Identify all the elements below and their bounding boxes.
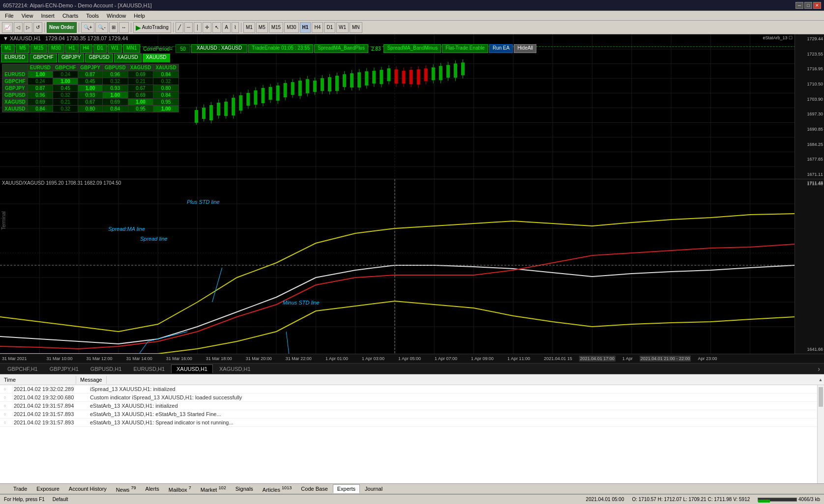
bottom-tab-signals[interactable]: Signals: [231, 484, 258, 493]
ea-tf-d1[interactable]: D1: [93, 44, 107, 53]
bottom-tab-mailbox[interactable]: Mailbox 7: [164, 484, 196, 494]
ea-tf-m5[interactable]: M5: [16, 44, 29, 53]
bottom-tab-account-history[interactable]: Account History: [64, 484, 111, 493]
line-tool[interactable]: ╱: [176, 22, 183, 33]
tf-w1[interactable]: W1: [336, 22, 349, 33]
terminal-scrollbar-thumb[interactable]: [819, 387, 823, 407]
chart-tab-gbpchf[interactable]: GBPCHF,H1: [2, 364, 43, 373]
cursor-tool[interactable]: ↖: [212, 22, 221, 33]
tf-m15[interactable]: M15: [269, 22, 283, 33]
ea-trade-enable[interactable]: TradeEnable 01:05 : 23:55: [248, 44, 313, 53]
ea-pair-xagusd[interactable]: XAGUSD: [114, 54, 142, 62]
price-1677: 1677.65: [796, 157, 823, 162]
terminal-scrollbar[interactable]: [817, 385, 824, 483]
top-chart[interactable]: ▼ XAUUSD,H1 1729.04 1730.35 1728.07 1729…: [0, 34, 824, 179]
update-button[interactable]: ↺: [33, 22, 42, 33]
ea-pair-selector[interactable]: XAUUSD : XAGUSD: [191, 44, 247, 53]
crosshair-tool[interactable]: ✛: [203, 22, 211, 33]
tf-d1[interactable]: D1: [324, 22, 335, 33]
tf-m30[interactable]: M30: [284, 22, 298, 33]
ea-tf-h1[interactable]: H1: [65, 44, 79, 53]
main-wrapper: 60572214: Alpari-ECN-Demo - Demo Account…: [0, 0, 824, 504]
minimize-button[interactable]: ─: [795, 2, 803, 9]
menu-file[interactable]: File: [2, 12, 17, 20]
period-sep-tool[interactable]: ⌇: [232, 22, 239, 33]
text-tool[interactable]: A: [222, 22, 231, 33]
memory-bar-fill: [758, 500, 769, 503]
new-order-label: New Order: [49, 25, 74, 30]
hline-tool[interactable]: ─: [184, 22, 193, 33]
maximize-button[interactable]: □: [804, 2, 812, 9]
chart-tab-gbpjpy[interactable]: GBPJPY,H1: [44, 364, 84, 373]
grid-button[interactable]: ⊞: [109, 22, 118, 33]
zoom-out-button[interactable]: 🔍-: [95, 22, 108, 33]
new-order-button[interactable]: New Order: [47, 22, 77, 33]
ea-pair-xauusd[interactable]: XAUUSD: [143, 54, 170, 62]
bottom-price-axis: 1711.48 1641.66: [795, 179, 824, 354]
bottom-tab-codebase[interactable]: Code Base: [296, 484, 332, 493]
time-apr0100: 1 Apr 01:00: [325, 356, 348, 361]
ea-pair-gbpchf[interactable]: GBPCHF: [29, 54, 57, 62]
ea-tf-m15[interactable]: M15: [30, 44, 47, 53]
tf-h4[interactable]: H4: [312, 22, 323, 33]
ea-flat-trade[interactable]: Flat-Trade Enable: [442, 44, 488, 53]
time-1800: 31 Mar 18:00: [206, 356, 232, 361]
svg-line-133: [286, 332, 306, 354]
status-bar: For Help, press F1 Default 2021.04.01 05…: [0, 494, 824, 504]
tab-nav-right[interactable]: ›: [816, 365, 822, 373]
time-apr1700: 2021.04.01 17:00: [579, 356, 616, 362]
terminal-scroll-up[interactable]: ▲: [817, 377, 824, 382]
close-button[interactable]: ✕: [813, 2, 821, 9]
menu-help[interactable]: Help: [131, 12, 148, 20]
menu-tools[interactable]: Tools: [83, 12, 102, 20]
scroll-button[interactable]: ↔: [119, 22, 129, 33]
bottom-tab-articles[interactable]: Articles 1013: [258, 484, 296, 494]
tf-h1[interactable]: H1: [300, 22, 311, 33]
terminal-content: ○ 2021.04.02 19:32:02.289 iSpread_13 XAU…: [0, 385, 824, 483]
forward-button[interactable]: ▷: [24, 22, 32, 33]
bottom-tab-news[interactable]: News 79: [112, 484, 141, 494]
tf-m5[interactable]: M5: [256, 22, 268, 33]
ea-run-ea[interactable]: Run EA: [489, 44, 513, 53]
ea-pair-eurusd[interactable]: EURUSD: [1, 54, 29, 62]
chart-tab-xagusd[interactable]: XAGUSD,H1: [214, 364, 256, 373]
bottom-tab-alerts[interactable]: Alerts: [141, 484, 164, 493]
bottom-tab-journal[interactable]: Journal: [360, 484, 387, 493]
bottom-tab-market[interactable]: Market 102: [196, 484, 231, 494]
bottom-tab-experts[interactable]: Experts: [333, 484, 360, 493]
menu-insert[interactable]: Insert: [38, 12, 58, 20]
menu-charts[interactable]: Charts: [59, 12, 81, 20]
menu-view[interactable]: View: [19, 12, 36, 20]
bottom-tab-exposure[interactable]: Exposure: [32, 484, 63, 493]
chart-tab-eurusd[interactable]: EURUSD,H1: [128, 364, 170, 373]
ea-spreadma-minus[interactable]: SpreadMA_BandMinus: [383, 44, 441, 53]
zoom-in-button[interactable]: 🔍+: [81, 22, 95, 33]
vline-tool[interactable]: │: [194, 22, 202, 33]
time-apr1100: 1 Apr 11:00: [507, 356, 530, 361]
ea-tf-m30[interactable]: M30: [48, 44, 64, 53]
time-apr0500: 1 Apr 05:00: [398, 356, 421, 361]
tf-m1[interactable]: M1: [243, 22, 255, 33]
terminal-body[interactable]: ○ 2021.04.02 19:32:02.289 iSpread_13 XAU…: [0, 385, 817, 483]
tf-mn[interactable]: MN: [350, 22, 362, 33]
menu-window[interactable]: Window: [104, 12, 129, 20]
ea-spreadma-plus[interactable]: SpreadMA_BandPlus: [314, 44, 368, 53]
ea-tf-h4[interactable]: H4: [80, 44, 93, 53]
back-button[interactable]: ◁: [14, 22, 23, 33]
ea-pair-gbpjpy[interactable]: GBPJPY: [58, 54, 84, 62]
new-chart-button[interactable]: 📈: [2, 22, 13, 33]
ea-tf-w1[interactable]: W1: [108, 44, 122, 53]
ea-tf-mn1[interactable]: MN1: [123, 44, 140, 53]
terminal-col-time: Time: [0, 376, 76, 384]
term-row-1-icon: ○: [0, 387, 10, 392]
bottom-tab-trade[interactable]: Trade: [9, 484, 31, 493]
ea-hide-all[interactable]: HideAll: [514, 44, 536, 53]
bottom-chart[interactable]: XAUUSD/XAGUSD 1695.20 1708.31 1682.09 17…: [0, 179, 824, 354]
ea-corr-input[interactable]: [176, 44, 190, 53]
autotrading-button[interactable]: ▶ AutoTrading: [133, 22, 171, 33]
ea-pair-gbpusd[interactable]: GBPUSD: [85, 54, 113, 62]
chart-tab-xauusd[interactable]: XAUUSD,H1: [171, 364, 213, 373]
chart-tab-gbpusd[interactable]: GBPUSD,H1: [85, 364, 127, 373]
ea-tf-m1[interactable]: M1: [1, 44, 15, 53]
bottom-tabs: Terminal Trade Exposure Account History …: [0, 483, 824, 494]
